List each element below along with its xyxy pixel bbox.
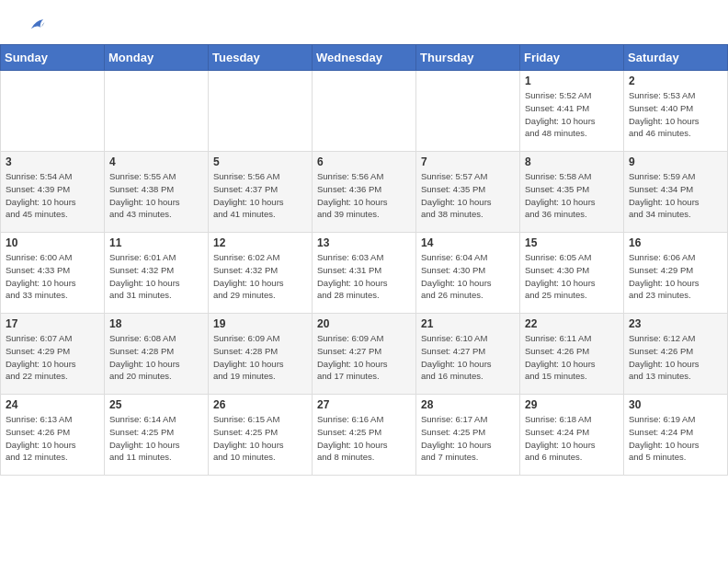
weekday-header: Friday — [520, 45, 624, 71]
calendar-cell: 9Sunrise: 5:59 AM Sunset: 4:34 PM Daylig… — [624, 152, 728, 233]
calendar-cell: 22Sunrise: 6:11 AM Sunset: 4:26 PM Dayli… — [520, 314, 624, 395]
day-number: 18 — [109, 317, 203, 330]
calendar-week-row: 1Sunrise: 5:52 AM Sunset: 4:41 PM Daylig… — [1, 71, 728, 152]
calendar-cell — [416, 71, 520, 152]
day-number: 13 — [317, 236, 411, 249]
calendar-table: SundayMondayTuesdayWednesdayThursdayFrid… — [0, 44, 728, 476]
calendar-cell — [105, 71, 209, 152]
page-header — [0, 0, 728, 44]
day-info: Sunrise: 6:01 AM Sunset: 4:32 PM Dayligh… — [109, 251, 203, 302]
day-info: Sunrise: 6:04 AM Sunset: 4:30 PM Dayligh… — [421, 251, 515, 302]
weekday-header: Sunday — [1, 45, 105, 71]
day-info: Sunrise: 6:09 AM Sunset: 4:27 PM Dayligh… — [317, 332, 411, 383]
day-info: Sunrise: 6:00 AM Sunset: 4:33 PM Dayligh… — [6, 251, 99, 302]
day-number: 10 — [6, 236, 99, 249]
day-info: Sunrise: 6:12 AM Sunset: 4:26 PM Dayligh… — [629, 332, 722, 383]
calendar-cell: 19Sunrise: 6:09 AM Sunset: 4:28 PM Dayli… — [209, 314, 313, 395]
calendar-cell: 13Sunrise: 6:03 AM Sunset: 4:31 PM Dayli… — [313, 233, 416, 314]
calendar-cell: 4Sunrise: 5:55 AM Sunset: 4:38 PM Daylig… — [105, 152, 209, 233]
day-info: Sunrise: 5:56 AM Sunset: 4:36 PM Dayligh… — [317, 170, 411, 221]
day-number: 24 — [6, 398, 99, 411]
calendar-cell: 7Sunrise: 5:57 AM Sunset: 4:35 PM Daylig… — [416, 152, 520, 233]
day-info: Sunrise: 6:19 AM Sunset: 4:24 PM Dayligh… — [629, 413, 722, 464]
calendar-cell — [209, 71, 313, 152]
weekday-header: Monday — [105, 45, 209, 71]
calendar-week-row: 17Sunrise: 6:07 AM Sunset: 4:29 PM Dayli… — [1, 314, 728, 395]
weekday-header: Thursday — [416, 45, 520, 71]
calendar-cell: 23Sunrise: 6:12 AM Sunset: 4:26 PM Dayli… — [624, 314, 728, 395]
day-info: Sunrise: 6:15 AM Sunset: 4:25 PM Dayligh… — [213, 413, 307, 464]
day-info: Sunrise: 6:06 AM Sunset: 4:29 PM Dayligh… — [629, 251, 722, 302]
calendar-week-row: 24Sunrise: 6:13 AM Sunset: 4:26 PM Dayli… — [1, 395, 728, 476]
calendar-week-row: 10Sunrise: 6:00 AM Sunset: 4:33 PM Dayli… — [1, 233, 728, 314]
day-number: 25 — [109, 398, 203, 411]
day-info: Sunrise: 5:59 AM Sunset: 4:34 PM Dayligh… — [629, 170, 722, 221]
calendar-cell: 2Sunrise: 5:53 AM Sunset: 4:40 PM Daylig… — [624, 71, 728, 152]
day-number: 23 — [629, 317, 722, 330]
day-info: Sunrise: 5:54 AM Sunset: 4:39 PM Dayligh… — [6, 170, 99, 221]
calendar-cell: 20Sunrise: 6:09 AM Sunset: 4:27 PM Dayli… — [313, 314, 416, 395]
day-number: 27 — [317, 398, 411, 411]
day-info: Sunrise: 5:55 AM Sunset: 4:38 PM Dayligh… — [109, 170, 203, 221]
day-info: Sunrise: 6:03 AM Sunset: 4:31 PM Dayligh… — [317, 251, 411, 302]
day-number: 22 — [525, 317, 619, 330]
calendar-cell: 1Sunrise: 5:52 AM Sunset: 4:41 PM Daylig… — [520, 71, 624, 152]
day-info: Sunrise: 6:10 AM Sunset: 4:27 PM Dayligh… — [421, 332, 515, 383]
day-info: Sunrise: 6:17 AM Sunset: 4:25 PM Dayligh… — [421, 413, 515, 464]
day-number: 14 — [421, 236, 515, 249]
day-number: 8 — [525, 155, 619, 168]
calendar-cell — [313, 71, 416, 152]
day-number: 3 — [6, 155, 99, 168]
day-number: 5 — [213, 155, 307, 168]
calendar-cell: 5Sunrise: 5:56 AM Sunset: 4:37 PM Daylig… — [209, 152, 313, 233]
day-number: 15 — [525, 236, 619, 249]
day-info: Sunrise: 6:18 AM Sunset: 4:24 PM Dayligh… — [525, 413, 619, 464]
calendar-cell — [1, 71, 105, 152]
day-number: 4 — [109, 155, 203, 168]
weekday-header: Saturday — [624, 45, 728, 71]
day-number: 26 — [213, 398, 307, 411]
day-info: Sunrise: 6:13 AM Sunset: 4:26 PM Dayligh… — [6, 413, 99, 464]
logo — [22, 17, 46, 37]
day-info: Sunrise: 5:52 AM Sunset: 4:41 PM Dayligh… — [525, 89, 619, 140]
day-number: 29 — [525, 398, 619, 411]
weekday-header-row: SundayMondayTuesdayWednesdayThursdayFrid… — [1, 45, 728, 71]
calendar-cell: 3Sunrise: 5:54 AM Sunset: 4:39 PM Daylig… — [1, 152, 105, 233]
calendar-cell: 14Sunrise: 6:04 AM Sunset: 4:30 PM Dayli… — [416, 233, 520, 314]
day-info: Sunrise: 6:07 AM Sunset: 4:29 PM Dayligh… — [6, 332, 99, 383]
day-number: 9 — [629, 155, 722, 168]
day-number: 28 — [421, 398, 515, 411]
day-number: 19 — [213, 317, 307, 330]
day-number: 1 — [525, 75, 619, 87]
day-number: 2 — [629, 75, 722, 87]
calendar-cell: 30Sunrise: 6:19 AM Sunset: 4:24 PM Dayli… — [624, 395, 728, 476]
day-number: 7 — [421, 155, 515, 168]
calendar-cell: 12Sunrise: 6:02 AM Sunset: 4:32 PM Dayli… — [209, 233, 313, 314]
calendar-cell: 10Sunrise: 6:00 AM Sunset: 4:33 PM Dayli… — [1, 233, 105, 314]
calendar-cell: 27Sunrise: 6:16 AM Sunset: 4:25 PM Dayli… — [313, 395, 416, 476]
logo-bird-icon — [26, 17, 46, 37]
day-number: 12 — [213, 236, 307, 249]
day-info: Sunrise: 6:16 AM Sunset: 4:25 PM Dayligh… — [317, 413, 411, 464]
calendar-cell: 25Sunrise: 6:14 AM Sunset: 4:25 PM Dayli… — [105, 395, 209, 476]
day-number: 20 — [317, 317, 411, 330]
calendar-cell: 28Sunrise: 6:17 AM Sunset: 4:25 PM Dayli… — [416, 395, 520, 476]
day-info: Sunrise: 6:14 AM Sunset: 4:25 PM Dayligh… — [109, 413, 203, 464]
day-info: Sunrise: 6:05 AM Sunset: 4:30 PM Dayligh… — [525, 251, 619, 302]
calendar-cell: 29Sunrise: 6:18 AM Sunset: 4:24 PM Dayli… — [520, 395, 624, 476]
calendar-cell: 11Sunrise: 6:01 AM Sunset: 4:32 PM Dayli… — [105, 233, 209, 314]
day-info: Sunrise: 5:53 AM Sunset: 4:40 PM Dayligh… — [629, 89, 722, 140]
day-info: Sunrise: 6:08 AM Sunset: 4:28 PM Dayligh… — [109, 332, 203, 383]
day-info: Sunrise: 5:56 AM Sunset: 4:37 PM Dayligh… — [213, 170, 307, 221]
calendar-cell: 6Sunrise: 5:56 AM Sunset: 4:36 PM Daylig… — [313, 152, 416, 233]
calendar-cell: 18Sunrise: 6:08 AM Sunset: 4:28 PM Dayli… — [105, 314, 209, 395]
calendar-cell: 17Sunrise: 6:07 AM Sunset: 4:29 PM Dayli… — [1, 314, 105, 395]
calendar-cell: 16Sunrise: 6:06 AM Sunset: 4:29 PM Dayli… — [624, 233, 728, 314]
calendar-week-row: 3Sunrise: 5:54 AM Sunset: 4:39 PM Daylig… — [1, 152, 728, 233]
weekday-header: Tuesday — [209, 45, 313, 71]
day-number: 17 — [6, 317, 99, 330]
day-number: 16 — [629, 236, 722, 249]
day-number: 21 — [421, 317, 515, 330]
day-number: 30 — [629, 398, 722, 411]
calendar-cell: 24Sunrise: 6:13 AM Sunset: 4:26 PM Dayli… — [1, 395, 105, 476]
